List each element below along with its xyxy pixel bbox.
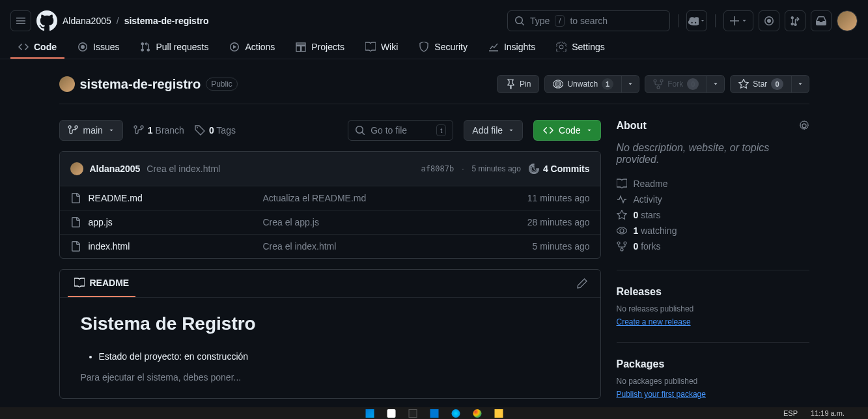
commits-history-link[interactable]: 4 Commits [529, 164, 590, 174]
file-row[interactable]: index.html Crea el index.html 5 minutes … [60, 234, 600, 258]
add-file-button[interactable]: Add file [464, 120, 523, 141]
repo-name: sistema-de-registro [80, 77, 201, 92]
nav-wiki[interactable]: Wiki [357, 36, 406, 59]
breadcrumb-owner[interactable]: Aldana2005 [63, 16, 111, 26]
file-row[interactable]: README.md Actualiza el README.md 11 minu… [60, 186, 600, 210]
inbox-icon [816, 16, 826, 26]
tags-link[interactable]: 0 Tags [195, 125, 236, 136]
nav-code[interactable]: Code [10, 36, 64, 59]
watch-dropdown[interactable] [622, 75, 639, 93]
visibility-badge: Public [206, 78, 238, 91]
tags-count: 0 [209, 125, 214, 136]
user-avatar[interactable] [837, 10, 858, 31]
pull-requests-button[interactable] [785, 10, 805, 31]
fork-button[interactable]: Fork 0 [645, 75, 707, 93]
repo-navbar: Code Issues Pull requests Actions Projec… [0, 36, 868, 59]
taskbar-clock[interactable]: 11:19 a.m. [811, 409, 845, 417]
file-toolbar: main 1 Branch 0 Tags Go to file t [59, 120, 601, 141]
unwatch-label: Unwatch [567, 79, 598, 89]
file-commit-message[interactable]: Actualiza el README.md [263, 193, 517, 203]
breadcrumb-separator: / [117, 16, 119, 26]
taskbar-app-icon[interactable] [408, 409, 417, 418]
os-taskbar: ESP 11:19 a.m. [0, 407, 868, 419]
search-placeholder-suffix: to search [570, 16, 608, 26]
nav-issues[interactable]: Issues [70, 36, 127, 59]
releases-section: Releases No releases published Create a … [617, 270, 809, 326]
copilot-button[interactable] [686, 10, 707, 31]
create-release-link[interactable]: Create a new release [617, 317, 691, 326]
issue-icon [764, 16, 774, 26]
branches-link[interactable]: 1 Branch [133, 125, 184, 136]
plus-icon [729, 16, 740, 26]
branch-name: main [83, 125, 103, 136]
commit-author-avatar[interactable] [70, 162, 83, 175]
breadcrumb-repo[interactable]: sistema-de-registro [124, 16, 209, 26]
star-label: Star [753, 79, 767, 89]
about-readme-link[interactable]: Readme [617, 176, 809, 192]
file-row[interactable]: app.js Crea el app.js 28 minutes ago [60, 210, 600, 234]
pin-button[interactable]: Pin [497, 75, 539, 93]
taskbar-app-icon[interactable] [430, 409, 438, 418]
file-commit-message[interactable]: Crea el app.js [263, 217, 517, 227]
commit-message[interactable]: Crea el index.html [147, 164, 220, 174]
fork-dropdown[interactable] [707, 75, 725, 93]
taskbar-chrome-icon[interactable] [473, 409, 481, 418]
nav-pulls[interactable]: Pull requests [132, 36, 216, 59]
taskbar-language[interactable]: ESP [783, 409, 798, 417]
issues-button[interactable] [759, 10, 779, 31]
file-name[interactable]: README.md [89, 193, 143, 203]
file-name[interactable]: app.js [89, 217, 113, 227]
graph-icon [488, 42, 499, 52]
commit-hash[interactable]: af8087b [421, 164, 455, 173]
files-box: Aldana2005 Crea el index.html af8087b · … [59, 151, 601, 259]
about-description: No description, website, or topics provi… [617, 142, 809, 166]
about-watching-link[interactable]: 1 watching [617, 223, 809, 238]
about-activity-link[interactable]: Activity [617, 192, 809, 207]
hamburger-button[interactable] [10, 10, 31, 31]
nav-insights[interactable]: Insights [481, 36, 543, 59]
book-icon [74, 278, 85, 288]
book-icon [365, 42, 376, 52]
commit-author[interactable]: Aldana2005 [90, 164, 141, 174]
issue-icon [77, 42, 88, 52]
taskbar-app-icon[interactable] [451, 409, 460, 418]
unwatch-button[interactable]: Unwatch 1 [544, 75, 622, 93]
forks-label: forks [641, 241, 660, 252]
file-commit-message[interactable]: Crea el index.html [263, 241, 522, 252]
taskbar-explorer-icon[interactable] [494, 409, 503, 418]
search-placeholder-prefix: Type [530, 16, 550, 26]
create-new-button[interactable] [723, 10, 753, 31]
hamburger-icon [16, 16, 26, 26]
star-button[interactable]: Star 0 [730, 75, 791, 93]
star-dropdown[interactable] [792, 75, 809, 93]
file-name[interactable]: index.html [89, 241, 130, 252]
about-stars-link[interactable]: 0 stars [617, 207, 809, 223]
nav-settings[interactable]: Settings [548, 36, 613, 59]
edit-readme-button[interactable] [572, 273, 593, 294]
code-button[interactable]: Code [533, 120, 600, 141]
taskbar-apps[interactable] [365, 409, 503, 418]
about-settings-button[interactable] [799, 121, 809, 131]
pencil-icon [577, 278, 587, 289]
publish-package-link[interactable]: Publish your first package [617, 390, 706, 399]
star-button-group: Star 0 [730, 75, 809, 93]
pulse-icon [617, 194, 627, 205]
repo-owner-avatar[interactable] [59, 76, 75, 92]
nav-actions[interactable]: Actions [221, 36, 283, 59]
about-forks-link[interactable]: 0 forks [617, 238, 809, 254]
branch-icon [68, 125, 78, 136]
breadcrumb: Aldana2005 / sistema-de-registro [63, 16, 209, 26]
branch-selector[interactable]: main [59, 120, 123, 141]
nav-security[interactable]: Security [411, 36, 475, 59]
nav-projects[interactable]: Projects [288, 36, 352, 59]
global-search[interactable]: Type / to search [507, 10, 670, 31]
taskbar-app-icon[interactable] [387, 409, 395, 418]
go-to-file-input[interactable]: Go to file t [348, 120, 453, 141]
notifications-button[interactable] [811, 10, 832, 31]
github-logo[interactable] [36, 10, 57, 31]
readme-tab[interactable]: README [68, 270, 136, 297]
readme-bullet: Estado del proyecto: en construcción [99, 351, 580, 362]
taskbar-windows-icon[interactable] [365, 409, 374, 418]
nav-security-label: Security [434, 42, 468, 52]
gear-icon [799, 121, 809, 131]
